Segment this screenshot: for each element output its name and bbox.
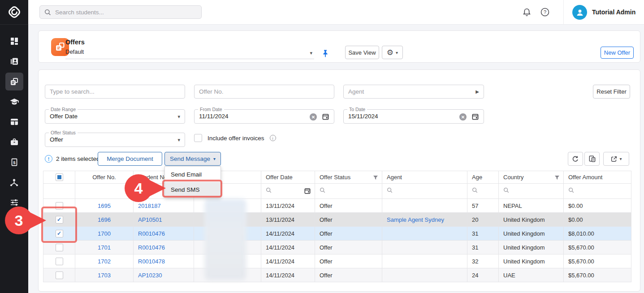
cell-student-no[interactable]: AP10230	[134, 268, 194, 282]
notifications-button[interactable]	[521, 7, 532, 17]
select-all-checkbox-cell[interactable]	[43, 171, 75, 184]
cell-offer-no[interactable]: 1703	[75, 268, 134, 282]
calendar-icon[interactable]	[304, 188, 311, 195]
bell-icon	[522, 8, 532, 17]
cell-offer-date: 14/11/2024	[261, 254, 315, 268]
link-offer-no[interactable]: 1701	[98, 244, 111, 251]
cell-student-no[interactable]: R0010478	[134, 254, 194, 268]
date-range-select[interactable]: Date Range Offer Date ▾	[45, 109, 185, 124]
search-age[interactable]	[467, 184, 499, 199]
date-range-value: Offer Date	[50, 113, 78, 120]
link-student-no[interactable]: R0010476	[138, 244, 165, 251]
table-row[interactable]: 1703AP1023014/11/2024Offer24UAE$5,670.00	[43, 268, 631, 282]
col-agent[interactable]: Agent	[382, 171, 467, 184]
link-student-no[interactable]: R0010476	[138, 230, 165, 237]
cell-offer-no[interactable]: 1701	[75, 241, 134, 254]
col-offer-amount[interactable]: Offer Amount	[564, 171, 631, 184]
app-logo-icon[interactable]	[0, 0, 28, 25]
sidebar-item-contacts[interactable]	[5, 52, 23, 70]
student-search-input[interactable]: Search students...	[39, 5, 202, 19]
send-message-button[interactable]: Send Message ▾	[164, 152, 221, 166]
cell-offer-no[interactable]: 1700	[75, 227, 134, 241]
search-offer-date[interactable]	[261, 184, 315, 199]
row-checkbox-cell[interactable]	[43, 254, 75, 268]
briefcase-icon	[10, 138, 19, 146]
calendar-icon[interactable]	[322, 113, 329, 122]
cell-agent[interactable]: Sample Agent Sydney	[382, 213, 467, 227]
table-row[interactable]: 1701R001047614/11/2024Offer31United King…	[43, 241, 631, 254]
link-offer-no[interactable]: 1696	[98, 216, 111, 223]
search-offer-status[interactable]	[315, 184, 382, 199]
cell-student-no[interactable]: R0010476	[134, 241, 194, 254]
pin-view-button[interactable]	[320, 48, 331, 59]
filter-funnel-icon[interactable]	[373, 175, 378, 181]
row-checkbox[interactable]	[56, 258, 63, 265]
grid-search-input[interactable]: Type to search...	[45, 85, 185, 99]
filter-funnel-icon[interactable]	[554, 175, 560, 181]
search-country[interactable]	[499, 184, 564, 199]
cell-student-no[interactable]: AP10501	[134, 213, 194, 227]
table-row[interactable]: 1700R001047614/11/2024Offer31United King…	[43, 227, 631, 241]
user-name: Tutorial Admin	[592, 9, 635, 16]
new-offer-button[interactable]: New Offer	[601, 47, 634, 59]
view-selector[interactable]: Default ▾	[65, 48, 314, 59]
clear-icon[interactable]: ✕	[459, 113, 467, 121]
help-button[interactable]: ?	[540, 7, 550, 17]
chevron-down-icon: ▾	[310, 50, 312, 56]
view-settings-button[interactable]: ⚙ ▾	[382, 46, 403, 59]
clear-icon[interactable]: ✕	[310, 113, 317, 121]
to-date-value: 15/11/2024	[348, 113, 378, 120]
search-agent[interactable]	[382, 184, 467, 199]
pin-icon	[322, 49, 329, 57]
search-icon	[472, 187, 478, 194]
cell-offer-no[interactable]: 1702	[75, 254, 134, 268]
to-date-field[interactable]: To Date 15/11/2024 ✕	[343, 109, 484, 124]
link-student-no[interactable]: AP10230	[138, 272, 162, 279]
calendar-icon[interactable]	[472, 113, 479, 122]
sidebar-item-agents[interactable]	[5, 173, 23, 191]
merge-document-button[interactable]: Merge Document	[98, 152, 162, 166]
col-offer-status[interactable]: Offer Status	[315, 171, 382, 184]
table-row[interactable]: 1696AP1050113/11/2024OfferSample Agent S…	[43, 213, 631, 227]
sidebar-item-boards[interactable]	[5, 113, 23, 131]
refresh-button[interactable]	[568, 152, 583, 166]
row-checkbox-cell[interactable]	[43, 268, 75, 282]
link-offer-no[interactable]: 1703	[98, 272, 111, 279]
sidebar-item-invoices[interactable]: $	[5, 153, 23, 171]
row-checkbox[interactable]	[56, 244, 63, 251]
sidebar-item-jobs[interactable]	[5, 133, 23, 151]
sidebar-item-offers[interactable]	[5, 73, 23, 90]
sidebar-item-dashboard[interactable]	[5, 32, 23, 50]
column-chooser-button[interactable]	[584, 152, 600, 166]
include-invoices-checkbox[interactable]	[194, 134, 202, 142]
table-row[interactable]: 1702R001047814/11/2024Offer32United King…	[43, 254, 631, 268]
row-checkbox[interactable]	[56, 271, 63, 279]
cell-offer-no[interactable]: 1696	[75, 213, 134, 227]
link-student-no[interactable]: 2018187	[138, 203, 161, 209]
sidebar-item-courses[interactable]	[5, 93, 23, 111]
search-offer-amount[interactable]	[564, 184, 631, 199]
link-agent[interactable]: Sample Agent Sydney	[387, 216, 444, 223]
col-country[interactable]: Country	[499, 171, 564, 184]
from-date-field[interactable]: From Date 11/11/2024 ✕	[194, 109, 334, 124]
user-avatar[interactable]	[572, 5, 587, 20]
col-age[interactable]: Age	[467, 171, 499, 184]
link-student-no[interactable]: R0010478	[138, 258, 165, 265]
link-offer-no[interactable]: 1695	[98, 203, 111, 209]
cell-country: United Kingdom	[499, 213, 564, 227]
agent-filter-select[interactable]: Agent ▶	[343, 85, 484, 99]
link-student-no[interactable]: AP10501	[138, 216, 162, 223]
export-button[interactable]: ▾	[603, 152, 629, 166]
topbar-divider	[563, 0, 564, 25]
col-offer-date[interactable]: Offer Date	[261, 171, 315, 184]
link-offer-no[interactable]: 1700	[98, 230, 111, 237]
cell-student-no[interactable]: R0010476	[134, 227, 194, 241]
offer-no-filter-input[interactable]: Offer No.	[194, 85, 334, 99]
select-all-checkbox[interactable]	[56, 173, 63, 181]
save-view-button[interactable]: Save View	[345, 46, 379, 59]
reset-filter-button[interactable]: Reset Filter	[593, 85, 630, 99]
link-offer-no[interactable]: 1702	[98, 258, 111, 265]
from-date-label: From Date	[198, 107, 224, 112]
search-icon	[44, 9, 51, 16]
offer-status-select[interactable]: Offer Status Offer ▾	[45, 133, 185, 147]
